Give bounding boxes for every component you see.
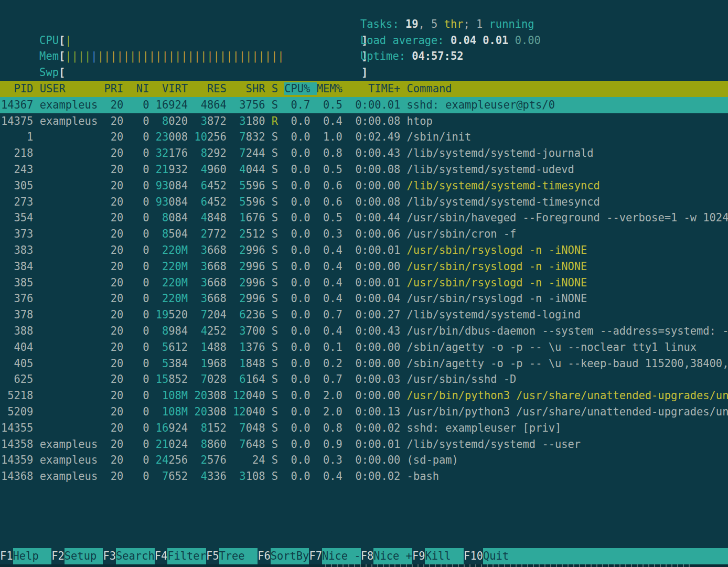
process-row-pid-218[interactable]: 218 20 0 32176 8292 7244 S 0.0 0.8 0:00.… (0, 145, 728, 162)
process-row-pid-404[interactable]: 404 20 0 5612 1488 1376 S 0.0 0.1 0:00.0… (0, 339, 728, 356)
cell-user (40, 276, 98, 289)
process-row-pid-388[interactable]: 388 20 0 8984 4252 3700 S 0.0 0.4 0:00.4… (0, 323, 728, 339)
process-row-pid-14355[interactable]: 14355 20 0 16924 8152 7048 S 0.0 0.8 0:0… (0, 420, 728, 436)
cell-user (40, 244, 98, 256)
cell-cpu: 0.0 (284, 373, 310, 386)
fkey-f7-key[interactable]: F7 (309, 548, 322, 564)
process-row-pid-273[interactable]: 273 20 0 93084 6452 5596 S 0.0 0.6 0:00.… (0, 194, 728, 210)
cell-mem: 2.0 (317, 405, 342, 418)
cell-res: 6452 (194, 179, 226, 192)
fkey-f8-label[interactable]: Nice + (373, 548, 412, 564)
cell-state: S (272, 260, 278, 273)
fkey-f4-label[interactable]: Filter (167, 548, 206, 564)
fkey-f2-label[interactable]: Setup (65, 548, 103, 564)
cell-state: S (272, 405, 278, 418)
cell-res: 20308 (194, 389, 226, 402)
col-header-cpu-sorted[interactable]: CPU% (284, 82, 316, 95)
fkey-f6-label[interactable]: SortBy (271, 548, 309, 564)
col-header-user[interactable]: USER (40, 82, 98, 95)
process-row-pid-373[interactable]: 373 20 0 8504 2772 2512 S 0.0 0.3 0:00.0… (0, 226, 728, 242)
cell-mem: 0.4 (317, 325, 342, 337)
process-row-pid-305[interactable]: 305 20 0 93084 6452 5596 S 0.0 0.6 0:00.… (0, 178, 728, 194)
fkey-f3-label[interactable]: Search (116, 548, 155, 564)
fkey-f1-label[interactable]: Help (13, 548, 52, 564)
fkey-f9-label[interactable]: Kill (425, 548, 464, 564)
cell-command: /usr/sbin/rsyslogd -n -iNONE (407, 292, 587, 305)
col-header-shr[interactable]: SHR (233, 82, 265, 95)
cell-mem: 0.2 (317, 357, 342, 370)
col-header-virt[interactable]: VIRT (156, 82, 188, 95)
cell-pri: 20 (104, 389, 123, 402)
fkey-f3-key[interactable]: F3 (103, 548, 116, 564)
process-row-pid-5218[interactable]: 5218 20 0 108M 20308 12040 S 0.0 2.0 0:0… (0, 388, 728, 404)
fkey-f4-key[interactable]: F4 (155, 548, 168, 564)
fkey-f10-label[interactable]: Quit (483, 548, 728, 564)
cell-virt: 93084 (156, 179, 188, 192)
process-row-pid-14367[interactable]: 14367 exampleus 20 0 16924 4864 3756 S 0… (0, 97, 728, 113)
process-row-pid-14368[interactable]: 14368 exampleus 20 0 7652 4336 3108 S 0.… (0, 468, 728, 485)
cell-virt: 19520 (156, 308, 188, 321)
fkey-f6-key[interactable]: F6 (258, 548, 271, 564)
cell-cpu: 0.0 (284, 308, 310, 321)
fkey-f5-key[interactable]: F5 (206, 548, 219, 564)
col-header-time[interactable]: TIME+ (349, 82, 400, 95)
process-row-pid-376[interactable]: 376 20 0 220M 3668 2996 S 0.0 0.4 0:00.0… (0, 291, 728, 307)
cell-command: /lib/systemd/systemd --user (407, 438, 581, 451)
col-header-mem[interactable]: MEM% (317, 82, 342, 95)
cell-virt: 21024 (156, 438, 188, 451)
col-header-res[interactable]: RES (194, 82, 226, 95)
process-row-pid-1[interactable]: 1 20 0 23008 10256 7832 S 0.0 1.0 0:02.4… (0, 129, 728, 145)
cell-res: 8152 (194, 422, 226, 434)
cell-mem: 0.5 (317, 211, 342, 224)
process-row-pid-405[interactable]: 405 20 0 5384 1968 1848 S 0.0 0.2 0:00.0… (0, 356, 728, 372)
fkey-f7-label[interactable]: Nice - (322, 548, 361, 564)
process-row-pid-14359[interactable]: 14359 exampleus 20 0 24256 2576 24 S 0.0… (0, 452, 728, 468)
col-header-pid[interactable]: PID (1, 82, 33, 95)
cell-state: S (272, 147, 278, 159)
fkey-f5-label[interactable]: Tree (219, 548, 258, 564)
col-header-pri[interactable]: PRI (104, 82, 123, 95)
process-row-pid-384[interactable]: 384 20 0 220M 3668 2996 S 0.0 0.4 0:00.0… (0, 259, 728, 275)
fkey-f2-key[interactable]: F2 (51, 548, 65, 564)
col-header-state[interactable]: S (272, 82, 278, 95)
cell-shr: 3180 (233, 115, 265, 127)
cell-shr: 2996 (233, 292, 265, 305)
cell-virt: 32176 (156, 147, 188, 159)
cell-state: S (272, 470, 278, 483)
cell-command: sshd: exampleuser [priv] (407, 422, 562, 434)
fkey-f1-key[interactable]: F1 (0, 548, 13, 564)
col-header-ni[interactable]: NI (130, 82, 149, 95)
cell-mem: 0.4 (317, 470, 342, 483)
cell-ni: 0 (130, 405, 149, 418)
fkey-f8-key[interactable]: F8 (361, 548, 374, 564)
process-row-pid-14358[interactable]: 14358 exampleus 20 0 21024 8860 7648 S 0… (0, 436, 728, 453)
process-row-pid-5209[interactable]: 5209 20 0 108M 20308 12040 S 0.0 2.0 0:0… (0, 404, 728, 420)
cell-pid: 14355 (1, 422, 33, 434)
process-row-pid-14375[interactable]: 14375 exampleus 20 0 8020 3872 3180 R 0.… (0, 113, 728, 130)
cell-virt: 5612 (156, 341, 188, 354)
process-row-pid-378[interactable]: 378 20 0 19520 7204 6236 S 0.0 0.7 0:00.… (0, 307, 728, 323)
col-header-command[interactable]: Command (407, 82, 452, 95)
cell-ni: 0 (130, 308, 149, 321)
fkey-f9-key[interactable]: F9 (412, 548, 425, 564)
cell-state: S (272, 228, 278, 240)
cell-state: S (272, 244, 278, 256)
cell-command: /usr/bin/python3 /usr/share/unattended-u… (407, 389, 728, 402)
tasks-sep: , (419, 18, 432, 30)
process-row-pid-383[interactable]: 383 20 0 220M 3668 2996 S 0.0 0.4 0:00.0… (0, 242, 728, 259)
cell-state: S (272, 211, 278, 224)
process-row-pid-625[interactable]: 625 20 0 15852 7028 6164 S 0.0 0.7 0:00.… (0, 371, 728, 388)
cell-pri: 20 (104, 147, 123, 159)
cell-state: S (272, 276, 278, 289)
process-row-pid-385[interactable]: 385 20 0 220M 3668 2996 S 0.0 0.4 0:00.0… (0, 275, 728, 291)
cell-command: /lib/systemd/systemd-journald (407, 147, 594, 159)
cell-user (40, 228, 98, 240)
cell-cpu: 0.0 (284, 115, 310, 127)
cell-cpu: 0.0 (284, 196, 310, 208)
cell-user: exampleus (40, 470, 98, 483)
cell-mem: 0.8 (317, 147, 342, 159)
cell-pri: 20 (104, 454, 123, 466)
fkey-f10-key[interactable]: F10 (464, 548, 483, 564)
process-row-pid-243[interactable]: 243 20 0 21932 4960 4044 S 0.0 0.5 0:00.… (0, 162, 728, 178)
process-row-pid-354[interactable]: 354 20 0 8084 4848 1676 S 0.0 0.5 0:00.4… (0, 210, 728, 226)
